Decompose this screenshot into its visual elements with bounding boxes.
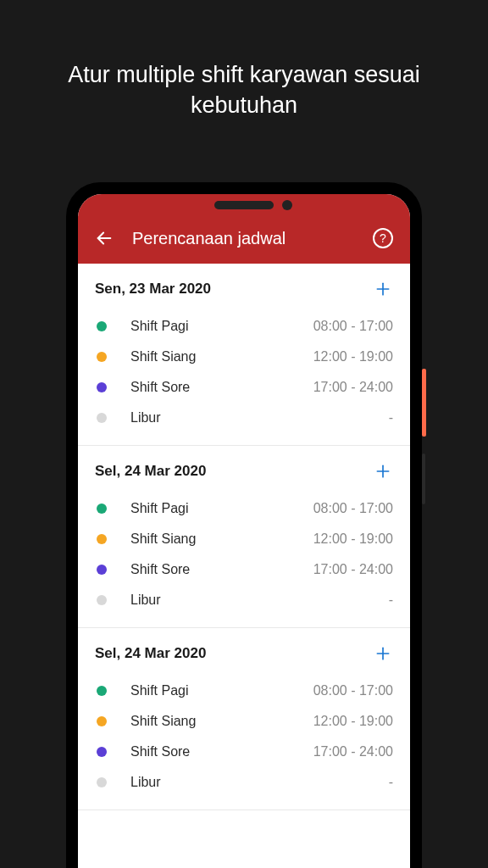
- day-header: Sel, 24 Mar 2020: [95, 461, 393, 481]
- schedule-list[interactable]: Sen, 23 Mar 2020Shift Pagi08:00 - 17:00S…: [78, 264, 410, 868]
- phone-volume-button: [422, 453, 425, 504]
- day-header: Sen, 23 Mar 2020: [95, 279, 393, 299]
- shift-name: Shift Sore: [130, 562, 313, 577]
- shift-name: Libur: [130, 593, 389, 608]
- shift-color-dot: [97, 686, 107, 696]
- shift-color-dot: [97, 382, 107, 392]
- add-shift-button[interactable]: [373, 279, 393, 299]
- shift-color-dot: [97, 321, 107, 331]
- shift-time: 08:00 - 17:00: [313, 501, 393, 516]
- shift-name: Shift Siang: [130, 714, 313, 729]
- plus-icon: [374, 645, 391, 662]
- shift-row[interactable]: Libur-: [95, 767, 393, 798]
- help-icon: ?: [380, 231, 386, 245]
- shift-name: Shift Pagi: [130, 319, 313, 334]
- day-header: Sel, 24 Mar 2020: [95, 643, 393, 664]
- shift-row[interactable]: Shift Pagi08:00 - 17:00: [95, 676, 393, 706]
- shift-row[interactable]: Shift Sore17:00 - 24:00: [95, 554, 393, 585]
- shift-row[interactable]: Shift Siang12:00 - 19:00: [95, 342, 393, 372]
- arrow-left-icon: [95, 229, 114, 248]
- shift-color-dot: [97, 534, 107, 544]
- shift-row[interactable]: Shift Siang12:00 - 19:00: [95, 524, 393, 554]
- day-block: Sel, 24 Mar 2020Shift Pagi08:00 - 17:00S…: [78, 446, 410, 628]
- shift-row[interactable]: Libur-: [95, 403, 393, 433]
- shift-color-dot: [97, 413, 107, 423]
- phone-notch: [214, 201, 274, 209]
- shift-time: -: [389, 775, 393, 790]
- help-button[interactable]: ?: [373, 228, 393, 248]
- shift-color-dot: [97, 747, 107, 757]
- shift-name: Shift Sore: [130, 380, 313, 395]
- shift-color-dot: [97, 716, 107, 726]
- day-block: Sel, 24 Mar 2020Shift Pagi08:00 - 17:00S…: [78, 628, 410, 810]
- day-date: Sel, 24 Mar 2020: [95, 645, 206, 662]
- shift-row[interactable]: Shift Pagi08:00 - 17:00: [95, 493, 393, 524]
- shift-name: Shift Pagi: [130, 501, 313, 516]
- shift-color-dot: [97, 352, 107, 362]
- shift-row[interactable]: Shift Sore17:00 - 24:00: [95, 372, 393, 403]
- day-date: Sel, 24 Mar 2020: [95, 463, 206, 480]
- shift-row[interactable]: Shift Pagi08:00 - 17:00: [95, 311, 393, 342]
- shift-time: 17:00 - 24:00: [313, 744, 393, 760]
- phone-screen: Perencanaan jadwal ? Sen, 23 Mar 2020Shi…: [78, 194, 410, 868]
- shift-row[interactable]: Libur-: [95, 585, 393, 615]
- add-shift-button[interactable]: [373, 461, 393, 481]
- shift-color-dot: [97, 595, 107, 605]
- phone-frame: Perencanaan jadwal ? Sen, 23 Mar 2020Shi…: [66, 182, 422, 868]
- shift-color-dot: [97, 504, 107, 514]
- shift-row[interactable]: Shift Siang12:00 - 19:00: [95, 706, 393, 737]
- day-date: Sen, 23 Mar 2020: [95, 281, 211, 298]
- page-title: Perencanaan jadwal: [132, 229, 354, 248]
- promo-headline: Atur multiple shift karyawan sesuai kebu…: [0, 0, 488, 121]
- shift-name: Shift Siang: [130, 349, 313, 364]
- shift-time: 17:00 - 24:00: [313, 380, 393, 395]
- shift-color-dot: [97, 777, 107, 787]
- shift-time: 12:00 - 19:00: [313, 531, 393, 547]
- shift-name: Shift Siang: [130, 531, 313, 547]
- shift-row[interactable]: Shift Sore17:00 - 24:00: [95, 737, 393, 767]
- shift-time: -: [389, 410, 393, 426]
- plus-icon: [374, 463, 391, 480]
- shift-name: Libur: [130, 775, 389, 790]
- shift-time: 08:00 - 17:00: [313, 683, 393, 698]
- shift-color-dot: [97, 565, 107, 575]
- shift-time: 08:00 - 17:00: [313, 319, 393, 334]
- shift-time: 12:00 - 19:00: [313, 349, 393, 364]
- shift-name: Shift Pagi: [130, 683, 313, 698]
- shift-time: 12:00 - 19:00: [313, 714, 393, 729]
- shift-time: 17:00 - 24:00: [313, 562, 393, 577]
- phone-power-button: [422, 369, 426, 437]
- back-button[interactable]: [95, 229, 114, 248]
- plus-icon: [374, 281, 391, 298]
- add-shift-button[interactable]: [373, 643, 393, 664]
- day-block: Sen, 23 Mar 2020Shift Pagi08:00 - 17:00S…: [78, 264, 410, 446]
- shift-time: -: [389, 593, 393, 608]
- shift-name: Shift Sore: [130, 744, 313, 760]
- shift-name: Libur: [130, 410, 389, 426]
